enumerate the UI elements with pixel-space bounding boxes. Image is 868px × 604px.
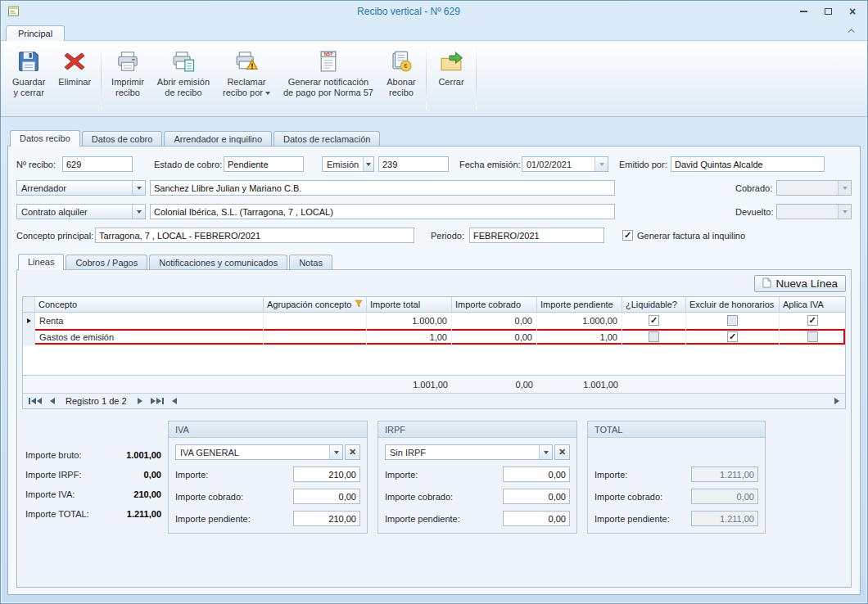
prev-record-button[interactable] <box>47 395 57 408</box>
combo-arrow-icon[interactable] <box>132 181 145 195</box>
col-header-aplica-iva[interactable]: Aplica IVA <box>780 297 845 312</box>
scroll-right-button[interactable] <box>832 395 842 408</box>
devuelto-label: Devuelto: <box>735 207 776 217</box>
generar-norma57-button[interactable]: N57 Generar notificación de pago por Nor… <box>277 44 380 101</box>
col-header-importe-cobrado[interactable]: Importe cobrado <box>452 297 537 312</box>
first-record-button[interactable] <box>26 395 44 408</box>
grid-empty-area <box>23 345 845 375</box>
combo-arrow-icon[interactable] <box>363 157 373 171</box>
generar-factura-checkbox[interactable] <box>622 230 633 241</box>
tab-datos-reclamacion[interactable]: Datos de reclamación <box>274 131 380 146</box>
cobrado-combo-disabled <box>776 180 852 196</box>
combo-arrow-icon[interactable] <box>539 445 552 459</box>
nueva-linea-button[interactable]: Nueva Línea <box>754 275 846 292</box>
arrendador-input[interactable] <box>150 180 615 196</box>
col-header-excluir[interactable]: Excluir de honorarios <box>686 297 780 312</box>
iva-clear-button[interactable]: ✕ <box>345 444 360 460</box>
close-button[interactable]: × <box>846 6 859 17</box>
filter-funnel-icon[interactable] <box>355 300 363 309</box>
emitido-por-input[interactable] <box>671 156 825 172</box>
col-header-concepto[interactable]: Concepto <box>35 297 264 312</box>
irpf-combo[interactable]: Sin IRPF <box>385 444 553 460</box>
irpf-importe-input[interactable] <box>503 467 570 482</box>
totals-section: Importe bruto: 1.001,00 Importe IRPF: 0,… <box>22 421 846 534</box>
liquidable-checkbox[interactable] <box>649 331 659 342</box>
app-window: Recibo vertical - Nº 629 × Principal Gua… <box>0 0 868 604</box>
aplica-iva-checkbox[interactable] <box>807 331 818 342</box>
printer-warning-icon <box>233 48 260 74</box>
iva-cobrado-input[interactable] <box>293 489 360 504</box>
col-header-importe-pendiente[interactable]: Importe pendiente <box>537 297 622 312</box>
window-title: Recibo vertical - Nº 629 <box>20 6 797 17</box>
form-row-2: Arrendador Cobrado: <box>16 180 852 196</box>
importe-iva-label: Importe IVA: <box>25 489 133 499</box>
record-navigator: Registro 1 de 2 <box>23 393 845 408</box>
contrato-alquiler-input[interactable] <box>150 204 615 219</box>
emision-numero-input[interactable] <box>378 156 449 172</box>
iva-pendiente-input[interactable] <box>293 511 360 526</box>
imprimir-recibo-button[interactable]: Imprimir recibo <box>105 44 151 101</box>
chevron-up-icon <box>848 29 854 35</box>
ribbon-tab-principal[interactable]: Principal <box>6 25 65 41</box>
fecha-emision-dateedit[interactable]: 01/02/2021 <box>522 156 608 172</box>
date-dropdown-icon[interactable] <box>594 157 608 171</box>
iva-combo[interactable]: IVA GENERAL <box>175 444 343 460</box>
eliminar-button[interactable]: Eliminar <box>52 44 97 90</box>
irpf-clear-button[interactable]: ✕ <box>554 444 570 460</box>
next-record-button[interactable] <box>135 395 145 408</box>
grid-row-renta[interactable]: Renta 1.000,00 0,00 1.000,00 <box>23 313 845 329</box>
excluir-honorarios-checkbox[interactable] <box>727 315 738 326</box>
col-header-importe-total[interactable]: Importe total <box>367 297 452 312</box>
abonar-recibo-button[interactable]: € Abonar recibo <box>380 44 423 101</box>
subtab-cobros-pagos[interactable]: Cobros / Pagos <box>66 255 147 270</box>
importe-irpf-label: Importe IRPF: <box>25 470 144 480</box>
emision-combo[interactable]: Emisión <box>322 156 374 172</box>
abrir-emision-button[interactable]: Abrir emisión de recibo <box>151 44 216 101</box>
estado-cobro-input[interactable] <box>224 156 304 172</box>
subtab-notas[interactable]: Notas <box>289 255 332 270</box>
tab-datos-de-cobro[interactable]: Datos de cobro <box>82 131 163 146</box>
tab-arrendador-inquilino[interactable]: Arrendador e inquilino <box>164 131 272 146</box>
arrendador-combo-button[interactable]: Arrendador <box>16 180 146 196</box>
aplica-iva-checkbox[interactable] <box>807 315 818 326</box>
cerrar-button[interactable]: Cerrar <box>430 44 472 90</box>
col-header-agrupacion[interactable]: Agrupación concepto <box>264 297 367 312</box>
form-row-3: Contrato alquiler Devuelto: <box>16 204 852 219</box>
total-groupbox: TOTAL Importe: Importe cobrado: Importe … <box>587 421 766 534</box>
reclamar-recibo-dropdown-button[interactable]: Reclamar recibo por <box>216 44 277 101</box>
grid-row-gastos-emision[interactable]: Gastos de emisión 1,00 0,00 1,00 <box>23 329 845 345</box>
restore-button[interactable] <box>821 6 834 17</box>
lineas-panel: Nueva Línea Concepto Agrupación concepto <box>16 269 852 588</box>
page-tabstrip: Datos recibo Datos de cobro Arrendador e… <box>7 128 861 146</box>
excluir-honorarios-checkbox[interactable] <box>727 331 738 342</box>
cobrado-label: Cobrado: <box>735 183 776 193</box>
horizontal-scrollbar[interactable] <box>170 395 842 408</box>
ribbon-collapse-button[interactable] <box>846 25 859 37</box>
combo-arrow-icon[interactable] <box>329 445 342 459</box>
estado-cobro-label: Estado de cobro: <box>154 160 224 169</box>
guardar-cerrar-button[interactable]: Guardar y cerrar <box>6 44 52 101</box>
grid-header-row: Concepto Agrupación concepto Importe tot… <box>23 297 845 313</box>
periodo-input[interactable] <box>469 228 604 243</box>
concepto-principal-input[interactable] <box>95 228 414 243</box>
subtab-notificaciones[interactable]: Notificaciones y comunicados <box>149 255 287 270</box>
minimize-button[interactable] <box>797 6 810 17</box>
liquidable-checkbox[interactable] <box>649 315 659 326</box>
last-record-button[interactable] <box>148 395 166 408</box>
tab-datos-recibo[interactable]: Datos recibo <box>10 130 80 146</box>
row-arrow-icon <box>27 318 31 323</box>
scroll-left-button[interactable] <box>170 395 179 408</box>
num-recibo-input[interactable] <box>62 156 133 172</box>
irpf-pendiente-input[interactable] <box>503 511 570 526</box>
devuelto-combo-disabled <box>776 204 852 219</box>
iva-importe-input[interactable] <box>293 467 360 482</box>
col-header-liquidable[interactable]: ¿Liquidable? <box>622 297 686 312</box>
subtab-lineas[interactable]: Lineas <box>18 254 64 270</box>
contrato-alquiler-combo-button[interactable]: Contrato alquiler <box>16 204 146 219</box>
total-groupbox-title: TOTAL <box>588 421 765 438</box>
combo-arrow-icon[interactable] <box>132 205 145 219</box>
irpf-cobrado-input[interactable] <box>503 489 570 504</box>
printer-document-icon <box>170 48 197 74</box>
total-cobrado-input <box>691 489 758 504</box>
total-pendiente-input <box>691 511 758 526</box>
